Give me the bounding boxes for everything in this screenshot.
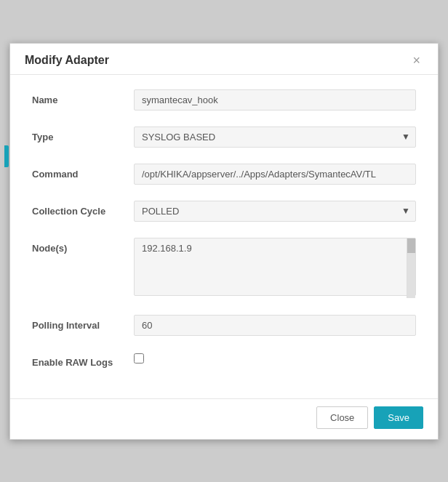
name-label: Name (32, 89, 134, 105)
type-select[interactable]: SYSLOG BASED FILE BASED API BASED (134, 126, 416, 148)
side-indicator (4, 145, 9, 167)
nodes-row: Node(s) 192.168.1.9 (32, 238, 416, 299)
type-label: Type (32, 126, 134, 142)
command-input[interactable] (134, 164, 416, 185)
type-row: Type SYSLOG BASED FILE BASED API BASED ▼ (32, 126, 416, 148)
modify-adapter-modal: Modify Adapter × Name Type SYSLOG BASED … (9, 43, 439, 440)
polling-interval-control (134, 315, 416, 336)
close-button[interactable]: Close (316, 406, 368, 429)
command-label: Command (32, 164, 134, 180)
polling-interval-label: Polling Interval (32, 315, 134, 331)
modal-close-button[interactable]: × (409, 54, 423, 67)
name-input[interactable] (134, 89, 416, 111)
modal-body: Name Type SYSLOG BASED FILE BASED API BA… (10, 75, 438, 398)
type-control: SYSLOG BASED FILE BASED API BASED ▼ (134, 126, 416, 148)
polling-interval-input[interactable] (134, 315, 416, 336)
collection-cycle-select[interactable]: POLLED REAL-TIME (134, 201, 416, 222)
command-control (134, 164, 416, 185)
nodes-scrollbar-thumb (407, 238, 415, 253)
collection-cycle-row: Collection Cycle POLLED REAL-TIME ▼ (32, 201, 416, 222)
modal-footer: Close Save (10, 398, 438, 439)
nodes-textarea-wrap: 192.168.1.9 (134, 238, 416, 299)
nodes-control: 192.168.1.9 (134, 238, 416, 299)
name-row: Name (32, 89, 416, 111)
collection-cycle-label: Collection Cycle (32, 201, 134, 217)
nodes-label: Node(s) (32, 238, 134, 254)
modal-title: Modify Adapter (25, 54, 109, 67)
nodes-scrollbar (407, 238, 415, 298)
collection-cycle-select-wrap: POLLED REAL-TIME ▼ (134, 201, 416, 222)
enable-raw-logs-control (134, 352, 416, 366)
save-button[interactable]: Save (374, 406, 423, 429)
type-select-wrap: SYSLOG BASED FILE BASED API BASED ▼ (134, 126, 416, 148)
enable-raw-logs-label: Enable RAW Logs (32, 352, 134, 368)
collection-cycle-control: POLLED REAL-TIME ▼ (134, 201, 416, 222)
polling-interval-row: Polling Interval (32, 315, 416, 336)
nodes-textarea[interactable]: 192.168.1.9 (134, 238, 416, 296)
name-control (134, 89, 416, 111)
enable-raw-logs-checkbox[interactable] (134, 353, 144, 363)
modal-header: Modify Adapter × (10, 44, 438, 75)
command-row: Command (32, 164, 416, 185)
enable-raw-logs-row: Enable RAW Logs (32, 352, 416, 368)
